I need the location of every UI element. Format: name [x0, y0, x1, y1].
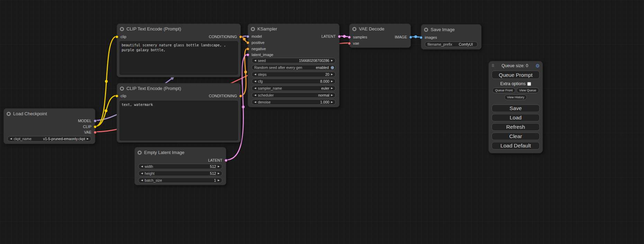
- input-slot-latent-image[interactable]: latent_image: [246, 52, 273, 57]
- input-slot-positive[interactable]: positive: [246, 40, 264, 45]
- prompt-text-input[interactable]: text, watermark: [120, 101, 238, 141]
- widget-sampler-name[interactable]: ◀ sampler_name euler ▶: [252, 85, 336, 91]
- slot-dot-clip[interactable]: [115, 94, 118, 98]
- increment-arrow-icon[interactable]: ▶: [218, 178, 220, 183]
- node-title-bar[interactable]: Save Image: [421, 25, 481, 35]
- slot-dot-conditioning[interactable]: [239, 35, 242, 38]
- output-slot-model[interactable]: MODEL: [78, 118, 97, 123]
- save-button[interactable]: Save: [492, 105, 540, 112]
- slot-dot-conditioning[interactable]: [239, 94, 242, 98]
- widget-cfg[interactable]: ◀ cfg 8.000 ▶: [252, 79, 336, 84]
- toggle-knob-icon[interactable]: [330, 66, 334, 70]
- node-title-bar[interactable]: Empty Latent Image: [135, 147, 226, 158]
- widget-denoise[interactable]: ◀ denoise 1.000 ▶: [252, 99, 336, 105]
- output-slot-conditioning[interactable]: CONDITIONING: [209, 34, 242, 39]
- input-slot-images[interactable]: images: [420, 35, 437, 40]
- increment-arrow-icon[interactable]: ▶: [331, 92, 333, 98]
- increment-arrow-icon[interactable]: ▶: [331, 72, 333, 77]
- decrement-arrow-icon[interactable]: ◀: [254, 92, 256, 98]
- input-slot-vae[interactable]: vae: [348, 41, 359, 46]
- node-title-bar[interactable]: VAE Decode: [350, 24, 411, 34]
- slot-dot-latent[interactable]: [246, 53, 249, 56]
- slot-dot-vae[interactable]: [348, 42, 351, 45]
- input-slot-negative[interactable]: negative: [246, 46, 266, 51]
- decrement-arrow-icon[interactable]: ◀: [141, 178, 143, 183]
- slot-dot-image[interactable]: [420, 36, 423, 39]
- collapse-dot-icon[interactable]: [352, 27, 356, 31]
- extra-options-row: Extra options: [492, 81, 540, 86]
- widget-width[interactable]: ◀ width 512 ▶: [138, 164, 222, 169]
- increment-arrow-icon[interactable]: ▶: [218, 171, 220, 176]
- widget-random-seed-toggle[interactable]: Random seed after every gen enabled: [252, 65, 336, 70]
- increment-arrow-icon[interactable]: ▶: [331, 79, 333, 84]
- output-slot-latent[interactable]: LATENT: [208, 158, 228, 163]
- collapse-dot-icon[interactable]: [120, 87, 124, 91]
- widget-height[interactable]: ◀ height 512 ▶: [138, 171, 222, 176]
- collapse-dot-icon[interactable]: [424, 28, 428, 32]
- refresh-button[interactable]: Refresh: [492, 123, 540, 131]
- settings-gear-icon[interactable]: ⚙: [535, 63, 540, 68]
- clear-button[interactable]: Clear: [492, 133, 540, 140]
- output-slot-conditioning[interactable]: CONDITIONING: [209, 93, 242, 98]
- decrement-arrow-icon[interactable]: ◀: [10, 136, 12, 142]
- slot-label: vae: [353, 41, 359, 45]
- queue-prompt-button[interactable]: Queue Prompt: [492, 71, 540, 79]
- widget-value: 1.000: [320, 100, 329, 104]
- decrement-arrow-icon[interactable]: ◀: [254, 58, 256, 63]
- output-slot-vae[interactable]: VAE: [84, 130, 97, 135]
- decrement-arrow-icon[interactable]: ◀: [254, 72, 256, 77]
- input-slot-clip[interactable]: clip: [115, 93, 126, 98]
- increment-arrow-icon[interactable]: ▶: [331, 85, 333, 91]
- slot-dot-vae[interactable]: [94, 131, 97, 134]
- widget-seed[interactable]: ◀ seed 156680208700286 ▶: [252, 58, 336, 63]
- load-button[interactable]: Load: [492, 114, 540, 121]
- slot-dot-clip[interactable]: [94, 125, 97, 128]
- widget-label: scheduler: [258, 93, 274, 97]
- node-title-bar[interactable]: KSampler: [248, 24, 339, 34]
- widget-steps[interactable]: ◀ steps 20 ▶: [252, 72, 336, 77]
- widget-filename-prefix[interactable]: filename_prefix ComfyUI: [425, 42, 478, 47]
- decrement-arrow-icon[interactable]: ◀: [141, 164, 143, 169]
- extra-options-checkbox[interactable]: [527, 82, 531, 86]
- collapse-dot-icon[interactable]: [251, 27, 255, 31]
- widget-batch-size[interactable]: ◀ batch_size 1 ▶: [138, 178, 222, 183]
- queue-front-button[interactable]: Queue Front: [492, 88, 515, 93]
- collapse-dot-icon[interactable]: [7, 112, 11, 116]
- slot-dot-latent[interactable]: [348, 36, 351, 39]
- decrement-arrow-icon[interactable]: ◀: [141, 171, 143, 176]
- decrement-arrow-icon[interactable]: ◀: [254, 79, 256, 84]
- load-default-button[interactable]: Load Default: [492, 142, 540, 150]
- node-title-bar[interactable]: Load Checkpoint: [4, 109, 95, 119]
- node-title-bar[interactable]: CLIP Text Encode (Prompt): [117, 83, 240, 94]
- increment-arrow-icon[interactable]: ▶: [218, 164, 220, 169]
- slot-label: CLIP: [83, 125, 91, 129]
- drag-handle-icon[interactable]: ⠿: [492, 64, 494, 68]
- widget-scheduler[interactable]: ◀ scheduler normal ▶: [252, 92, 336, 98]
- slot-dot-model[interactable]: [94, 119, 97, 123]
- slot-dot-latent[interactable]: [338, 35, 341, 38]
- decrement-arrow-icon[interactable]: ◀: [254, 99, 256, 105]
- output-slot-image[interactable]: IMAGE: [395, 35, 412, 39]
- slot-dot-latent[interactable]: [224, 159, 228, 162]
- view-history-button[interactable]: View History: [504, 94, 527, 100]
- slot-dot-clip[interactable]: [115, 35, 118, 38]
- collapse-dot-icon[interactable]: [120, 27, 124, 31]
- increment-arrow-icon[interactable]: ▶: [87, 136, 89, 142]
- input-slot-clip[interactable]: clip: [115, 34, 126, 39]
- increment-arrow-icon[interactable]: ▶: [331, 58, 333, 63]
- input-slot-model[interactable]: model: [246, 34, 262, 39]
- slot-dot-conditioning[interactable]: [246, 47, 249, 51]
- widget-ckpt-name[interactable]: ◀ ckpt_name v1-5-pruned-emaonly.ckpt ▶: [7, 136, 91, 142]
- increment-arrow-icon[interactable]: ▶: [331, 99, 333, 105]
- prompt-text-input[interactable]: beautiful scenery nature glass bottle la…: [120, 41, 238, 75]
- node-title-bar[interactable]: CLIP Text Encode (Prompt): [117, 24, 240, 34]
- slot-dot-image[interactable]: [409, 36, 412, 39]
- collapse-dot-icon[interactable]: [138, 151, 142, 155]
- decrement-arrow-icon[interactable]: ◀: [254, 85, 256, 91]
- output-slot-latent[interactable]: LATENT: [321, 34, 341, 39]
- input-slot-samples[interactable]: samples: [348, 35, 367, 39]
- view-queue-button[interactable]: View Queue: [517, 88, 539, 93]
- output-slot-clip[interactable]: CLIP: [83, 124, 97, 129]
- slot-dot-model[interactable]: [246, 35, 249, 38]
- slot-dot-conditioning[interactable]: [246, 41, 249, 44]
